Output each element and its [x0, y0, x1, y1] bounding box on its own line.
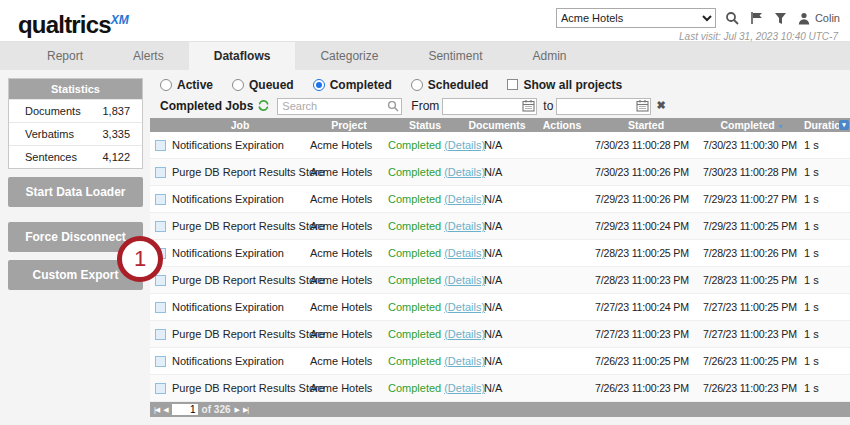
row-checkbox[interactable] [155, 302, 166, 313]
from-date-field [442, 96, 537, 115]
started-cell: 7/27/23 11:00:24 PM [592, 301, 700, 313]
tab-admin[interactable]: Admin [507, 42, 591, 70]
from-calendar-icon[interactable] [522, 98, 535, 116]
pagination-bar: |◀ ◀ of 326 ▶ ▶| [150, 402, 850, 417]
header-actions[interactable]: Actions [532, 119, 592, 131]
radio-completed-control[interactable] [313, 79, 325, 91]
row-checkbox[interactable] [155, 194, 166, 205]
project-cell: Acme Hotels [310, 193, 388, 205]
first-page-icon[interactable]: |◀ [154, 402, 159, 417]
status-cell: Completed(Details) [388, 247, 462, 259]
started-cell: 7/29/23 11:00:26 PM [592, 193, 700, 205]
search-icon[interactable] [725, 11, 740, 26]
row-checkbox[interactable] [155, 167, 166, 178]
header-right: Acme Hotels Colin Last visit [556, 5, 840, 42]
row-checkbox[interactable] [155, 329, 166, 340]
radio-scheduled[interactable]: Scheduled [411, 78, 489, 92]
prev-page-icon[interactable]: ◀ [163, 402, 167, 417]
tab-dataflows[interactable]: Dataflows [189, 42, 296, 70]
qualtrics-logo: qualtricsXM [18, 5, 129, 40]
completed-jobs-heading: Completed Jobs [160, 99, 253, 113]
statistics-panel: Statistics Documents 1,837 Verbatims 3,3… [8, 78, 143, 169]
project-cell: Acme Hotels [310, 355, 388, 367]
user-menu[interactable]: Colin [797, 11, 840, 26]
status-label: Completed [388, 274, 441, 286]
job-cell: Purge DB Report Results Store [170, 274, 310, 286]
row-checkbox[interactable] [155, 275, 166, 286]
last-visit-text: Last visit: Jul 31, 2023 10:40 UTC-7 [679, 31, 840, 42]
radio-completed[interactable]: Completed [313, 78, 392, 92]
account-select[interactable]: Acme Hotels [556, 8, 716, 28]
duration-cell: 1 s [804, 247, 844, 259]
column-chooser-icon[interactable]: ▾ [839, 120, 849, 130]
table-row: Purge DB Report Results Store Acme Hotel… [150, 213, 850, 240]
jobs-search-input[interactable] [277, 98, 402, 115]
top-header: qualtricsXM Acme Hotels [0, 0, 850, 42]
radio-scheduled-control[interactable] [411, 79, 423, 91]
job-cell: Purge DB Report Results Store [170, 328, 310, 340]
row-checkbox[interactable] [155, 356, 166, 367]
status-cell: Completed(Details) [388, 274, 462, 286]
header-status[interactable]: Status [388, 119, 462, 131]
clear-dates-icon[interactable]: ✖ [656, 100, 665, 111]
page-number-input[interactable] [172, 404, 198, 415]
documents-cell: N/A [462, 301, 532, 313]
show-all-projects-checkbox[interactable] [507, 79, 518, 90]
show-all-projects-label: Show all projects [523, 78, 622, 92]
tab-categorize[interactable]: Categorize [295, 42, 403, 70]
radio-completed-label: Completed [330, 78, 392, 92]
start-data-loader-button[interactable]: Start Data Loader [8, 177, 143, 207]
table-row: Notifications Expiration Acme Hotels Com… [150, 240, 850, 267]
header-documents[interactable]: Documents [462, 119, 532, 131]
logo-xm-badge: XM [111, 13, 129, 27]
show-all-projects-toggle[interactable]: Show all projects [507, 78, 622, 92]
row-checkbox-cell [150, 356, 170, 367]
row-checkbox[interactable] [155, 140, 166, 151]
row-checkbox[interactable] [155, 221, 166, 232]
status-label: Completed [388, 220, 441, 232]
next-page-icon[interactable]: ▶ [235, 402, 239, 417]
flag-icon[interactable] [749, 11, 764, 26]
status-label: Completed [388, 247, 441, 259]
header-started[interactable]: Started [592, 119, 700, 131]
to-date-field [556, 96, 651, 115]
project-cell: Acme Hotels [310, 139, 388, 151]
status-cell: Completed(Details) [388, 220, 462, 232]
job-cell: Notifications Expiration [170, 355, 310, 367]
tab-alerts[interactable]: Alerts [108, 42, 189, 70]
user-icon [797, 11, 812, 26]
status-cell: Completed(Details) [388, 166, 462, 178]
documents-cell: N/A [462, 328, 532, 340]
documents-cell: N/A [462, 220, 532, 232]
tab-report[interactable]: Report [22, 42, 108, 70]
last-page-icon[interactable]: ▶| [243, 402, 248, 417]
radio-queued-label: Queued [249, 78, 294, 92]
radio-queued[interactable]: Queued [232, 78, 294, 92]
header-controls: Acme Hotels Colin [556, 8, 840, 28]
table-row: Purge DB Report Results Store Acme Hotel… [150, 267, 850, 294]
refresh-icon[interactable] [257, 99, 270, 112]
header-duration[interactable]: Duration [804, 119, 844, 131]
documents-cell: N/A [462, 247, 532, 259]
table-row: Notifications Expiration Acme Hotels Com… [150, 294, 850, 321]
to-calendar-icon[interactable] [636, 98, 649, 116]
filter-icon[interactable] [773, 11, 788, 26]
search-magnifier-icon[interactable] [387, 98, 399, 116]
documents-cell: N/A [462, 166, 532, 178]
job-cell: Notifications Expiration [170, 193, 310, 205]
started-cell: 7/28/23 11:00:23 PM [592, 274, 700, 286]
completed-cell: 7/26/23 11:00:23 PM [700, 382, 804, 394]
header-completed[interactable]: Completed▼ [700, 119, 804, 131]
header-job[interactable]: Job [170, 119, 310, 131]
radio-queued-control[interactable] [232, 79, 244, 91]
completed-cell: 7/26/23 11:00:25 PM [700, 355, 804, 367]
radio-active[interactable]: Active [160, 78, 213, 92]
status-label: Completed [388, 193, 441, 205]
radio-active-control[interactable] [160, 79, 172, 91]
row-checkbox[interactable] [155, 383, 166, 394]
header-project[interactable]: Project [310, 119, 388, 131]
stat-label: Verbatims [25, 128, 74, 140]
row-checkbox-cell [150, 383, 170, 394]
page-of-label: of 326 [202, 404, 231, 415]
tab-sentiment[interactable]: Sentiment [403, 42, 507, 70]
